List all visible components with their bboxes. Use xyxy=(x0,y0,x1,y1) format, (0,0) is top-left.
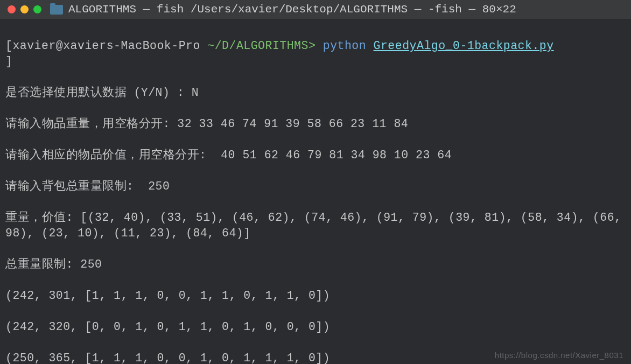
output-line: 总重量限制: 250 xyxy=(5,257,626,272)
bracket-open: [ xyxy=(5,39,12,52)
watermark: https://blog.csdn.net/Xavier_8031 xyxy=(495,350,623,361)
prompt-user-host: xavier@xaviers-MacBook-Pro xyxy=(12,39,200,52)
close-button[interactable] xyxy=(8,5,16,13)
terminal-window: ALGORITHMS — fish /Users/xavier/Desktop/… xyxy=(0,0,631,364)
output-line: 是否选择使用默认数据 (Y/N) : N xyxy=(5,85,626,101)
output-line: 请输入背包总重量限制: 250 xyxy=(5,179,626,194)
window-title: ALGORITHMS — fish /Users/xavier/Desktop/… xyxy=(68,3,516,16)
command-python: python xyxy=(323,39,366,52)
folder-icon xyxy=(50,5,63,15)
output-line: 重量，价值: [(32, 40), (33, 51), (46, 62), (7… xyxy=(5,210,626,241)
titlebar: ALGORITHMS — fish /Users/xavier/Desktop/… xyxy=(0,0,631,19)
output-line: (242, 301, [1, 1, 1, 0, 0, 1, 1, 0, 1, 1… xyxy=(5,288,626,304)
prompt-arrow: > xyxy=(309,39,316,52)
output-line: 请输入相应的物品价值，用空格分开: 40 51 62 46 79 81 34 9… xyxy=(5,148,626,163)
maximize-button[interactable] xyxy=(33,5,41,13)
prompt-path: ~/D/ALGORITHMS xyxy=(207,39,309,52)
prompt-line-1: [xavier@xaviers-MacBook-Pro ~/D/ALGORITH… xyxy=(5,38,626,69)
output-line: (242, 320, [0, 0, 1, 0, 1, 1, 0, 1, 0, 0… xyxy=(5,319,626,335)
traffic-lights xyxy=(8,5,41,13)
output-line: 请输入物品重量，用空格分开: 32 33 46 74 91 39 58 66 2… xyxy=(5,116,626,132)
bracket-close: ] xyxy=(5,55,12,68)
terminal-body[interactable]: [xavier@xaviers-MacBook-Pro ~/D/ALGORITH… xyxy=(0,19,631,364)
minimize-button[interactable] xyxy=(20,5,29,13)
command-file: GreedyAlgo_0-1backpack.py xyxy=(374,39,554,52)
